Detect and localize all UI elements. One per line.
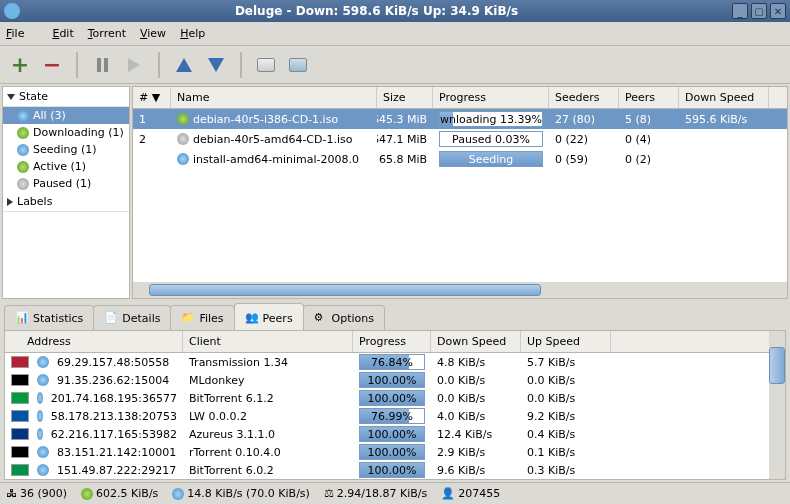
peer-client: LW 0.0.0.2 [183, 410, 353, 423]
cell-num: 2 [133, 133, 171, 146]
peer-row[interactable]: 91.35.236.62:15004MLdonkey100.00%0.0 KiB… [5, 371, 769, 389]
peer-row[interactable]: 201.74.168.195:36577BitTorrent 6.1.2100.… [5, 389, 769, 407]
country-flag-icon [11, 392, 29, 404]
torrent-row[interactable]: install-amd64-minimal-2008.065.8 MiBSeed… [133, 149, 787, 169]
pcol-up[interactable]: Up Speed [521, 331, 611, 352]
peer-progress: 100.00% [353, 462, 431, 478]
resume-button[interactable] [120, 51, 148, 79]
peer-down: 0.0 KiB/s [431, 392, 521, 405]
menu-help[interactable]: Help [180, 27, 205, 40]
maximize-button[interactable]: ▢ [751, 3, 767, 19]
peer-address: 91.35.236.62:15004 [5, 374, 183, 387]
arrow-down-icon [208, 58, 224, 72]
cell-peers: 5 (8) [619, 113, 679, 126]
sidebar-labels-header[interactable]: Labels [3, 192, 129, 212]
peer-up: 5.7 KiB/s [521, 356, 611, 369]
peer-up: 0.0 KiB/s [521, 374, 611, 387]
sidebar-state-header[interactable]: State [3, 87, 129, 107]
status-icon [177, 133, 189, 145]
menu-edit[interactable]: Edit [52, 27, 73, 40]
sidebar-item-seeding[interactable]: Seeding (1) [3, 141, 129, 158]
seed-icon [37, 374, 49, 386]
preferences-icon [257, 58, 275, 72]
peer-row[interactable]: 83.151.21.142:10001rTorrent 0.10.4.0100.… [5, 443, 769, 461]
menu-torrent[interactable]: Torrent [88, 27, 126, 40]
queue-down-button[interactable] [202, 51, 230, 79]
seed-icon [37, 464, 49, 476]
window-title: Deluge - Down: 598.6 KiB/s Up: 34.9 KiB/… [24, 4, 729, 18]
col-name[interactable]: Name [171, 87, 377, 108]
dht-icon: 👤 [441, 487, 455, 500]
col-progress[interactable]: Progress [433, 87, 549, 108]
status-down[interactable]: 602.5 KiB/s [81, 487, 158, 500]
sidebar-item-paused[interactable]: Paused (1) [3, 175, 129, 192]
tab-options[interactable]: ⚙Options [303, 305, 385, 330]
peer-row[interactable]: 151.49.87.222:29217BitTorrent 6.0.2100.0… [5, 461, 769, 479]
pcol-client[interactable]: Client [183, 331, 353, 352]
status-connections[interactable]: 🖧36 (900) [6, 487, 67, 500]
remove-torrent-button[interactable]: − [38, 51, 66, 79]
files-icon: 📁 [181, 311, 195, 325]
tab-statistics[interactable]: 📊Statistics [4, 305, 94, 330]
cell-name: install-amd64-minimal-2008.0 [171, 153, 377, 166]
menubar: File Edit Torrent View Help [0, 22, 790, 46]
pcol-address[interactable]: Address [5, 331, 183, 352]
seed-icon [37, 410, 43, 422]
pcol-down[interactable]: Down Speed [431, 331, 521, 352]
status-dht[interactable]: 👤207455 [441, 487, 500, 500]
sidebar-item-downloading[interactable]: Downloading (1) [3, 124, 129, 141]
toolbar-separator [240, 52, 242, 78]
close-button[interactable]: ✕ [770, 3, 786, 19]
tab-files[interactable]: 📁Files [170, 305, 234, 330]
torrent-row[interactable]: 1debian-40r5-i386-CD-1.iso645.3 MiBwnloa… [133, 109, 787, 129]
col-size[interactable]: Size [377, 87, 433, 108]
cell-num: 1 [133, 113, 171, 126]
statistics-icon: 📊 [15, 311, 29, 325]
torrent-row[interactable]: 2debian-40r5-amd64-CD-1.iso647.1 MiBPaus… [133, 129, 787, 149]
col-downspeed[interactable]: Down Speed [679, 87, 769, 108]
pcol-progress[interactable]: Progress [353, 331, 431, 352]
peer-row[interactable]: 58.178.213.138:20753LW 0.0.0.276.99%4.0 … [5, 407, 769, 425]
peer-client: BitTorrent 6.0.2 [183, 464, 353, 477]
peer-down: 4.8 KiB/s [431, 356, 521, 369]
toolbar-separator [158, 52, 160, 78]
vertical-scrollbar[interactable] [769, 331, 785, 479]
cell-name: debian-40r5-amd64-CD-1.iso [171, 133, 377, 146]
col-seeders[interactable]: Seeders [549, 87, 619, 108]
tab-peers[interactable]: 👥Peers [234, 303, 304, 330]
horizontal-scrollbar[interactable] [133, 282, 787, 298]
col-peers[interactable]: Peers [619, 87, 679, 108]
status-ratio[interactable]: ⚖2.94/18.87 KiB/s [324, 487, 427, 500]
peer-row[interactable]: 69.29.157.48:50558Transmission 1.3476.84… [5, 353, 769, 371]
add-torrent-button[interactable]: + [6, 51, 34, 79]
preferences-button[interactable] [252, 51, 280, 79]
cell-progress: Paused 0.03% [433, 131, 549, 147]
pause-button[interactable] [88, 51, 116, 79]
statusbar: 🖧36 (900) 602.5 KiB/s 14.8 KiB/s (70.0 K… [0, 482, 790, 504]
minimize-button[interactable]: _ [732, 3, 748, 19]
country-flag-icon [11, 374, 29, 386]
peers-pane: Address Client Progress Down Speed Up Sp… [4, 330, 786, 480]
sidebar-item-active[interactable]: Active (1) [3, 158, 129, 175]
peer-row[interactable]: 62.216.117.165:53982Azureus 3.1.1.0100.0… [5, 425, 769, 443]
menu-file[interactable]: File [6, 27, 38, 40]
toolbar: + − [0, 46, 790, 84]
country-flag-icon [11, 446, 29, 458]
peer-up: 0.3 KiB/s [521, 464, 611, 477]
play-icon [128, 58, 140, 72]
col-num[interactable]: # ▼ [133, 87, 171, 108]
cell-size: 645.3 MiB [377, 113, 433, 126]
menu-view[interactable]: View [140, 27, 166, 40]
peer-down: 2.9 KiB/s [431, 446, 521, 459]
pause-icon [97, 58, 108, 72]
status-icon [17, 178, 29, 190]
queue-up-button[interactable] [170, 51, 198, 79]
tab-details[interactable]: 📄Details [93, 305, 171, 330]
connection-manager-button[interactable] [284, 51, 312, 79]
seed-icon [37, 356, 49, 368]
seed-icon [37, 428, 43, 440]
minus-icon: − [43, 52, 61, 77]
peer-address: 201.74.168.195:36577 [5, 392, 183, 405]
status-up[interactable]: 14.8 KiB/s (70.0 KiB/s) [172, 487, 310, 500]
sidebar-item-all[interactable]: All (3) [3, 107, 129, 124]
